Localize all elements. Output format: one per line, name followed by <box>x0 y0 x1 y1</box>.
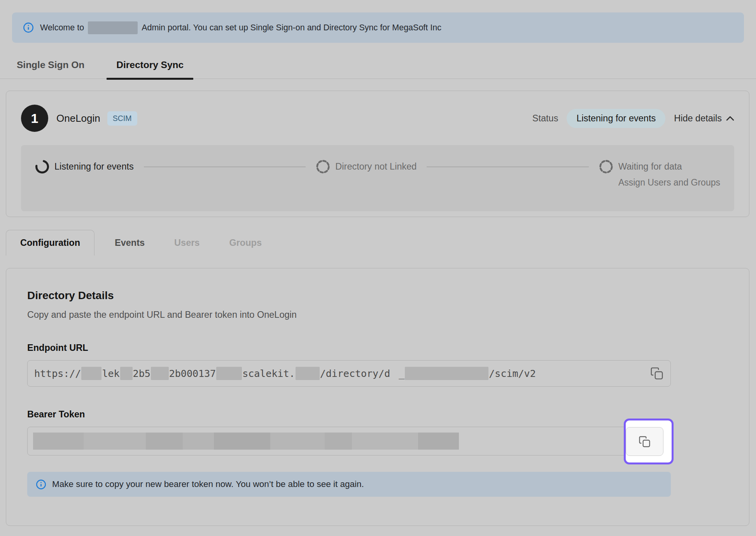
provider-card: 1 OneLogin SCIM Status Listening for eve… <box>6 91 749 217</box>
progress-step-sublabel: Assign Users and Groups <box>618 177 720 188</box>
redacted-org-name <box>88 21 138 34</box>
provider-number-badge: 1 <box>21 105 48 132</box>
progress-step-waiting: Waiting for data Assign Users and Groups <box>599 159 720 188</box>
bearer-token-label: Bearer Token <box>27 409 728 420</box>
tab-configuration[interactable]: Configuration <box>6 230 94 256</box>
tab-single-sign-on[interactable]: Single Sign On <box>17 55 84 79</box>
bearer-token-field <box>27 427 671 455</box>
status-badge: Listening for events <box>567 109 665 128</box>
info-icon <box>36 479 46 490</box>
tab-directory-sync[interactable]: Directory Sync <box>116 55 184 79</box>
welcome-text: Welcome to Admin portal. You can set up … <box>40 21 441 34</box>
protocol-badge: SCIM <box>107 111 137 126</box>
tab-groups[interactable]: Groups <box>214 230 276 256</box>
endpoint-url-field[interactable]: https://lek2b52b000137scalekit./director… <box>27 360 671 387</box>
progress-connector <box>144 166 306 167</box>
progress-step-label: Listening for events <box>54 161 134 172</box>
status-label: Status <box>532 113 558 124</box>
copy-bearer-token-button[interactable] <box>626 427 663 456</box>
tab-events[interactable]: Events <box>100 230 159 256</box>
redacted-token <box>33 433 459 450</box>
main-tab-bar: Single Sign On Directory Sync <box>0 55 756 79</box>
dashed-circle-icon <box>316 159 330 174</box>
section-subtitle: Copy and paste the endpoint URL and Bear… <box>27 310 728 320</box>
copy-token-highlight-ring <box>624 419 674 464</box>
progress-step-not-linked: Directory not Linked <box>316 159 416 174</box>
progress-step-listening: Listening for events <box>35 159 134 174</box>
endpoint-url-label: Endpoint URL <box>27 343 728 353</box>
copy-icon <box>639 436 651 448</box>
token-notice-text: Make sure to copy your new bearer token … <box>52 479 364 489</box>
detail-tab-bar: Configuration Events Users Groups <box>6 230 276 256</box>
token-notice-banner: Make sure to copy your new bearer token … <box>27 472 671 497</box>
configuration-panel: Directory Details Copy and paste the end… <box>6 268 749 526</box>
chevron-up-icon <box>726 116 734 121</box>
copy-endpoint-url-icon[interactable] <box>649 366 664 381</box>
welcome-banner: Welcome to Admin portal. You can set up … <box>12 12 744 43</box>
section-title: Directory Details <box>27 289 728 302</box>
info-icon <box>23 22 34 33</box>
progress-step-label: Directory not Linked <box>335 161 416 172</box>
progress-step-label: Waiting for data <box>618 161 682 172</box>
hide-details-toggle[interactable]: Hide details <box>674 113 734 124</box>
sync-progress-strip: Listening for events Directory not Linke… <box>21 145 734 211</box>
dashed-circle-icon <box>599 159 613 174</box>
provider-name: OneLogin <box>56 112 100 124</box>
spinner-icon <box>35 159 49 174</box>
provider-header: 1 OneLogin SCIM Status Listening for eve… <box>21 105 734 132</box>
hide-details-label: Hide details <box>674 113 722 124</box>
tab-users[interactable]: Users <box>159 230 214 256</box>
progress-connector <box>427 166 589 167</box>
